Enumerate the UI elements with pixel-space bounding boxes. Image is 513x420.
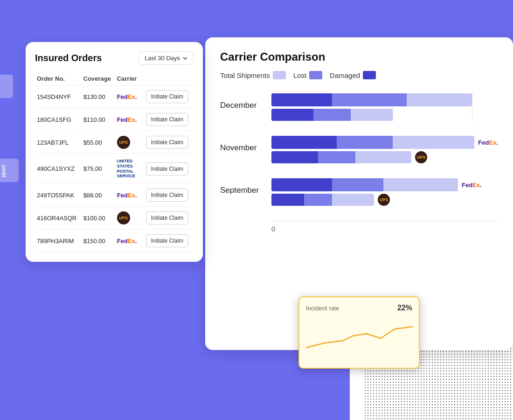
incident-rate-label: Incident rate	[306, 305, 340, 312]
table-row: 490CA1SYXZ$75.00UNITED STATES POSTAL SER…	[35, 154, 194, 184]
table-row: 249TO5SPAK$88.00FedEx.Initiate Claim	[35, 184, 194, 207]
september-sub-bar	[271, 194, 374, 206]
initiate-claim-button[interactable]: Initiate Claim	[146, 189, 188, 202]
september-bars: FedEx. UPS	[271, 178, 498, 206]
table-row: 123AB7JFL$55.00UPSInitiate Claim	[35, 131, 194, 154]
carrier-cell: FedEx.	[115, 184, 144, 207]
order-no-cell: 789PH3ARIM	[35, 230, 82, 252]
fedex-logo: FedEx.	[117, 192, 137, 199]
coverage-cell: $150.00	[82, 230, 115, 252]
left-panel-label: pport	[1, 165, 6, 177]
dropdown-label: Last 30 Days	[145, 55, 180, 62]
action-cell: Initiate Claim	[144, 108, 194, 131]
coverage-cell: $55.00	[82, 131, 115, 154]
lost-swatch	[309, 71, 322, 79]
carrier-cell: FedEx.	[115, 108, 144, 131]
date-range-dropdown[interactable]: Last 30 Days	[139, 51, 194, 65]
left-panel-top	[0, 75, 13, 98]
legend-total-shipments: Total Shipments	[220, 71, 286, 79]
table-header: Order No. Coverage Carrier	[35, 72, 194, 85]
dec-sub-seg1	[271, 109, 313, 121]
fedex-tag-september: FedEx.	[462, 182, 482, 189]
initiate-claim-button[interactable]: Initiate Claim	[146, 211, 188, 224]
damaged-label: Damaged	[330, 71, 360, 79]
incident-rate-card: Incident rate 22%	[298, 296, 420, 369]
incident-rate-chart	[306, 315, 413, 357]
month-label-december: December	[220, 101, 256, 110]
sep-seg1	[271, 178, 332, 191]
month-label-november: November	[220, 143, 256, 153]
november-bars: FedEx. UPS	[271, 136, 498, 163]
december-total-bar	[271, 93, 472, 106]
november-bar-2: UPS	[271, 151, 498, 163]
action-cell: Initiate Claim	[144, 230, 194, 252]
november-sub-bar	[271, 151, 411, 163]
ups-logo: UPS	[117, 136, 130, 149]
nov-seg1	[271, 136, 337, 149]
carrier-cell: FedEx.	[115, 85, 144, 108]
total-shipments-swatch	[273, 71, 286, 79]
dec-damaged-seg	[271, 93, 332, 106]
col-order-no: Order No.	[35, 72, 82, 85]
left-panel-bottom: pport	[0, 159, 19, 182]
action-cell: Initiate Claim	[144, 154, 194, 184]
sep-sub-seg1	[271, 194, 304, 206]
incident-rate-value: 22%	[397, 304, 412, 312]
month-label-september: September	[220, 186, 259, 195]
col-carrier: Carrier	[115, 72, 144, 85]
initiate-claim-button[interactable]: Initiate Claim	[146, 136, 188, 149]
nov-sub-seg1	[271, 151, 318, 163]
chart-row-november: November FedEx. UPS	[220, 136, 498, 163]
chevron-down-icon	[183, 57, 187, 60]
chart-row-september: September FedEx. UPS	[220, 178, 498, 206]
sep-sub-seg2	[304, 194, 332, 206]
november-bar-1: FedEx.	[271, 136, 498, 149]
nov-sub-seg2	[318, 151, 355, 163]
initiate-claim-button[interactable]: Initiate Claim	[146, 113, 188, 126]
action-cell: Initiate Claim	[144, 184, 194, 207]
legend-damaged: Damaged	[330, 71, 376, 79]
coverage-cell: $88.00	[82, 184, 115, 207]
september-bar-2: UPS	[271, 194, 498, 206]
col-action	[144, 72, 194, 85]
x-axis: 0	[271, 221, 498, 233]
nov-sub-seg3	[355, 151, 411, 163]
table-row: 789PH3ARIM$150.00FedEx.Initiate Claim	[35, 230, 194, 252]
carrier-cell: UNITED STATES POSTAL SERVICE	[115, 154, 144, 184]
order-no-cell: 123AB7JFL	[35, 131, 82, 154]
total-shipments-label: Total Shipments	[220, 71, 270, 79]
order-no-cell: 249TO5SPAK	[35, 184, 82, 207]
initiate-claim-button[interactable]: Initiate Claim	[146, 234, 188, 247]
dec-sub-seg3	[351, 109, 393, 121]
ups-tag-september: UPS	[378, 194, 390, 206]
usps-logo: UNITED STATES POSTAL SERVICE	[117, 159, 140, 179]
panel-title: Insured Orders	[35, 53, 102, 63]
action-cell: Initiate Claim	[144, 85, 194, 108]
damaged-swatch	[363, 71, 376, 79]
december-sub-bar	[271, 109, 393, 121]
table-row: 416OR4ASQR$100.00UPSInitiate Claim	[35, 207, 194, 230]
initiate-claim-button[interactable]: Initiate Claim	[146, 162, 188, 175]
coverage-cell: $130.00	[82, 85, 115, 108]
carrier-cell: FedEx.	[115, 230, 144, 252]
ups-tag-november: UPS	[415, 151, 427, 163]
action-cell: Initiate Claim	[144, 131, 194, 154]
chart-row-december: December	[220, 93, 498, 121]
col-coverage: Coverage	[82, 72, 115, 85]
carrier-cell: UPS	[115, 131, 144, 154]
initiate-claim-button[interactable]: Initiate Claim	[146, 90, 188, 103]
coverage-cell: $110.00	[82, 108, 115, 131]
order-no-cell: 180CA1SFG	[35, 108, 82, 131]
sep-sub-seg3	[332, 194, 374, 206]
table-row: 180CA1SFG$110.00FedEx.Initiate Claim	[35, 108, 194, 131]
coverage-cell: $75.00	[82, 154, 115, 184]
fedex-tag-november: FedEx.	[478, 139, 498, 146]
x-axis-zero: 0	[271, 225, 275, 233]
fedex-logo: FedEx.	[117, 93, 137, 100]
nov-seg2	[337, 136, 393, 149]
panel-header: Insured Orders Last 30 Days	[35, 51, 194, 65]
december-bars	[271, 93, 498, 121]
chart-area: December	[220, 93, 498, 233]
coverage-cell: $100.00	[82, 207, 115, 230]
orders-body: 154SD4NYF$130.00FedEx.Initiate Claim180C…	[35, 85, 194, 252]
